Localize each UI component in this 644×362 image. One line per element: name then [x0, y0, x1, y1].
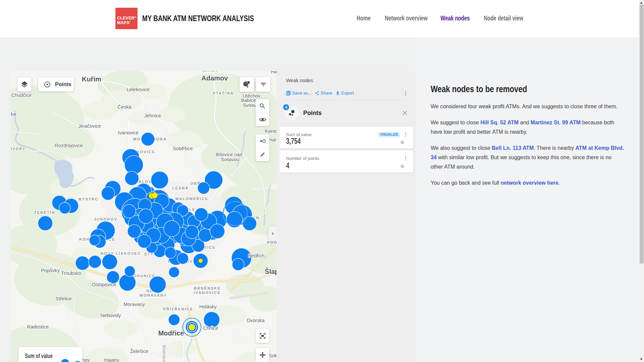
svg-text:Jinačovice: Jinačovice — [78, 123, 101, 129]
svg-text:Svitav: Svitav — [243, 103, 256, 108]
svg-text:Bedřich: Bedřich — [248, 253, 264, 258]
svg-text:Dvorska: Dvorska — [247, 318, 265, 323]
svg-text:Česká: Česká — [117, 104, 131, 110]
svg-text:Hab: Hab — [271, 71, 277, 74]
svg-text:Troubsko: Troubsko — [61, 270, 81, 276]
svg-text:Kanice: Kanice — [265, 128, 277, 134]
svg-text:Adamov: Adamov — [202, 74, 228, 82]
svg-text:Svitavou: Svitavou — [221, 157, 239, 162]
svg-text:BRNĚNSKÉ: BRNĚNSKÉ — [194, 286, 221, 290]
svg-text:Popůvky: Popůvky — [41, 268, 60, 273]
svg-text:Kuřim: Kuřim — [82, 75, 101, 83]
svg-text:ka: ka — [11, 111, 16, 117]
svg-text:Hajany: Hajany — [104, 357, 119, 362]
svg-text:PŘÍZŘENICE: PŘÍZŘENICE — [163, 307, 193, 311]
svg-text:LESNÁ: LESNÁ — [172, 186, 189, 190]
svg-text:MORAVANY: MORAVANY — [140, 293, 167, 297]
svg-text:Modřice: Modřice — [158, 329, 184, 337]
svg-text:Soběšice: Soběšice — [173, 146, 193, 151]
svg-text:Brněnská: Brněnská — [162, 345, 166, 362]
svg-text:Ivanovice: Ivanovice — [118, 130, 138, 135]
svg-text:Chudčice: Chudčice — [11, 93, 32, 98]
svg-text:ŽEBĚTÍN: ŽEBĚTÍN — [34, 210, 55, 215]
svg-text:Šlapanice: Šlapanice — [265, 267, 277, 275]
svg-text:MALOMĚŘICE: MALOMĚŘICE — [175, 197, 209, 201]
svg-text:BYSTRC: BYSTRC — [78, 197, 98, 201]
svg-text:Želešice: Želešice — [130, 349, 148, 354]
svg-text:DVORY: DVORY — [11, 147, 25, 151]
svg-text:Babice: Babice — [241, 98, 256, 103]
svg-text:Bílovice nad: Bílovice nad — [216, 152, 243, 157]
svg-text:Střelice: Střelice — [56, 296, 72, 301]
svg-text:Rozdrojovice: Rozdrojovice — [55, 143, 83, 148]
svg-text:Moravany: Moravany — [123, 302, 145, 307]
svg-text:PTAČINA: PTAČINA — [213, 91, 234, 95]
svg-text:Jehnice: Jehnice — [144, 113, 161, 118]
svg-text:IVANOVICE: IVANOVICE — [194, 291, 221, 295]
svg-text:MIKOV: MIKOV — [203, 71, 218, 72]
svg-text:Radostice: Radostice — [27, 324, 49, 329]
svg-text:Holásky: Holásky — [199, 304, 217, 309]
svg-text:JUNDROV: JUNDROV — [94, 217, 117, 221]
svg-text:Ostopovice: Ostopovice — [92, 282, 116, 287]
svg-text:Lelekovice: Lelekovice — [127, 87, 150, 92]
svg-text:PODOLÍ: PODOLÍ — [267, 241, 277, 245]
svg-text:Chrlice: Chrlice — [203, 325, 218, 331]
svg-text:Sokol: Sokol — [269, 353, 277, 358]
svg-text:Nebovidy: Nebovidy — [101, 313, 121, 318]
